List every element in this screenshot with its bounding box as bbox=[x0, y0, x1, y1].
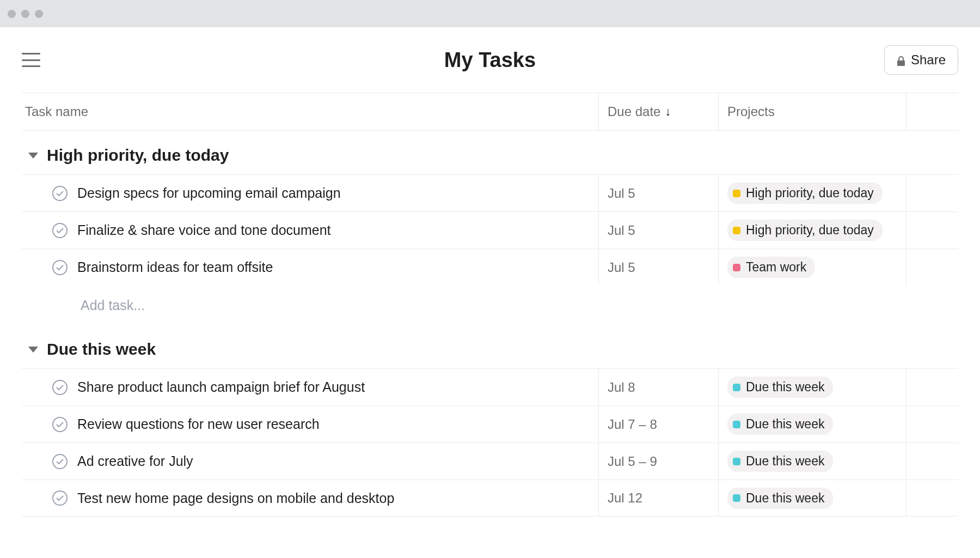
tag-color-icon bbox=[733, 458, 740, 465]
project-tag[interactable]: Due this week bbox=[727, 451, 833, 472]
project-tag[interactable]: Team work bbox=[727, 257, 815, 278]
task-name: Test new home page designs on mobile and… bbox=[77, 490, 394, 506]
column-header-extra bbox=[906, 93, 958, 130]
due-date[interactable]: Jul 7 – 8 bbox=[608, 417, 657, 432]
share-button-label: Share bbox=[911, 52, 946, 68]
tag-color-icon bbox=[733, 264, 740, 271]
column-header-row: Task name Due date ↓ Projects bbox=[22, 93, 958, 131]
due-date[interactable]: Jul 12 bbox=[608, 490, 642, 506]
section-title[interactable]: High priority, due today bbox=[47, 146, 229, 165]
task-name: Share product launch campaign brief for … bbox=[77, 379, 365, 395]
complete-checkbox[interactable] bbox=[52, 490, 68, 506]
tag-color-icon bbox=[733, 421, 740, 428]
task-row[interactable]: Brainstorm ideas for team offsite Jul 5 … bbox=[22, 248, 958, 286]
tag-color-icon bbox=[733, 384, 740, 391]
menu-icon[interactable] bbox=[22, 53, 40, 67]
task-row[interactable]: Test new home page designs on mobile and… bbox=[22, 480, 958, 517]
due-date[interactable]: Jul 5 bbox=[608, 186, 635, 201]
task-name: Design specs for upcoming email campaign bbox=[77, 185, 341, 201]
traffic-light-zoom[interactable] bbox=[35, 10, 43, 18]
task-name: Ad creative for July bbox=[77, 453, 193, 469]
task-row[interactable]: Design specs for upcoming email campaign… bbox=[22, 174, 958, 211]
page-title: My Tasks bbox=[444, 48, 536, 72]
project-tag[interactable]: Due this week bbox=[727, 488, 833, 509]
column-header-due-date[interactable]: Due date ↓ bbox=[599, 93, 719, 130]
due-date[interactable]: Jul 8 bbox=[608, 380, 635, 395]
column-header-task-name[interactable]: Task name bbox=[22, 93, 599, 130]
complete-checkbox[interactable] bbox=[52, 380, 68, 395]
complete-checkbox[interactable] bbox=[52, 417, 68, 432]
project-tag[interactable]: High priority, due today bbox=[727, 220, 883, 241]
section-header: High priority, due today bbox=[22, 131, 958, 174]
caret-down-icon[interactable] bbox=[28, 153, 38, 159]
share-button[interactable]: Share bbox=[884, 45, 958, 75]
tag-color-icon bbox=[733, 227, 740, 234]
tag-color-icon bbox=[733, 494, 740, 502]
task-row[interactable]: Ad creative for July Jul 5 – 9 Due this … bbox=[22, 442, 958, 480]
complete-checkbox[interactable] bbox=[52, 186, 68, 201]
task-name: Finalize & share voice and tone document bbox=[77, 222, 331, 238]
caret-down-icon[interactable] bbox=[28, 347, 38, 353]
section-title[interactable]: Due this week bbox=[47, 340, 156, 359]
complete-checkbox[interactable] bbox=[52, 454, 68, 469]
column-header-projects[interactable]: Projects bbox=[719, 93, 906, 130]
traffic-light-minimize[interactable] bbox=[21, 10, 29, 18]
complete-checkbox[interactable] bbox=[52, 223, 68, 238]
lock-icon bbox=[897, 54, 905, 65]
app-header: My Tasks Share bbox=[22, 27, 958, 93]
section-header: Due this week bbox=[22, 325, 958, 368]
due-date[interactable]: Jul 5 bbox=[608, 223, 635, 238]
complete-checkbox[interactable] bbox=[52, 260, 68, 275]
task-row[interactable]: Share product launch campaign brief for … bbox=[22, 368, 958, 405]
project-tag[interactable]: High priority, due today bbox=[727, 183, 883, 204]
task-name: Review questions for new user research bbox=[77, 416, 320, 432]
add-task-input[interactable]: Add task... bbox=[22, 286, 958, 325]
project-tag[interactable]: Due this week bbox=[727, 377, 833, 398]
project-tag[interactable]: Due this week bbox=[727, 414, 833, 435]
traffic-light-close[interactable] bbox=[8, 10, 16, 18]
task-row[interactable]: Review questions for new user research J… bbox=[22, 405, 958, 442]
window-chrome bbox=[0, 0, 980, 27]
due-date[interactable]: Jul 5 – 9 bbox=[608, 454, 657, 469]
task-name: Brainstorm ideas for team offsite bbox=[77, 259, 273, 275]
tag-color-icon bbox=[733, 190, 740, 197]
due-date[interactable]: Jul 5 bbox=[608, 260, 635, 275]
sort-descending-icon: ↓ bbox=[665, 105, 671, 119]
task-row[interactable]: Finalize & share voice and tone document… bbox=[22, 211, 958, 248]
